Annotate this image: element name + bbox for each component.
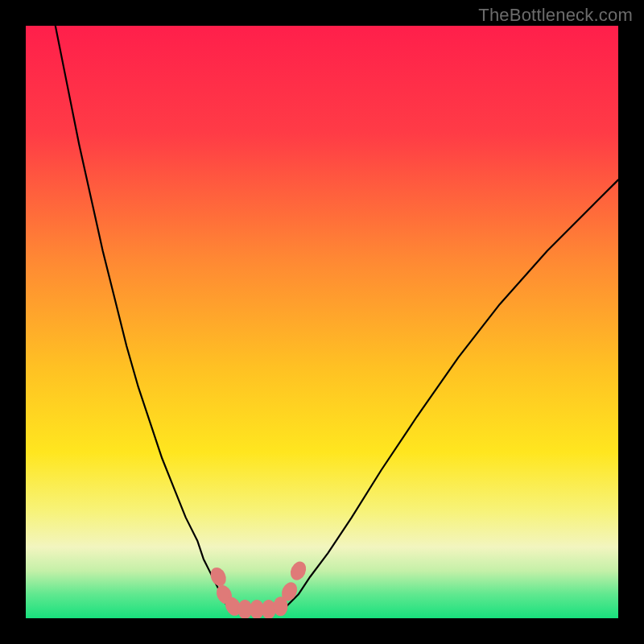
watermark-text: TheBottleneck.com [478,5,633,26]
chart-svg [26,26,618,618]
plot-area [26,26,618,618]
gradient-background [26,26,618,618]
outer-frame: TheBottleneck.com [0,0,644,644]
